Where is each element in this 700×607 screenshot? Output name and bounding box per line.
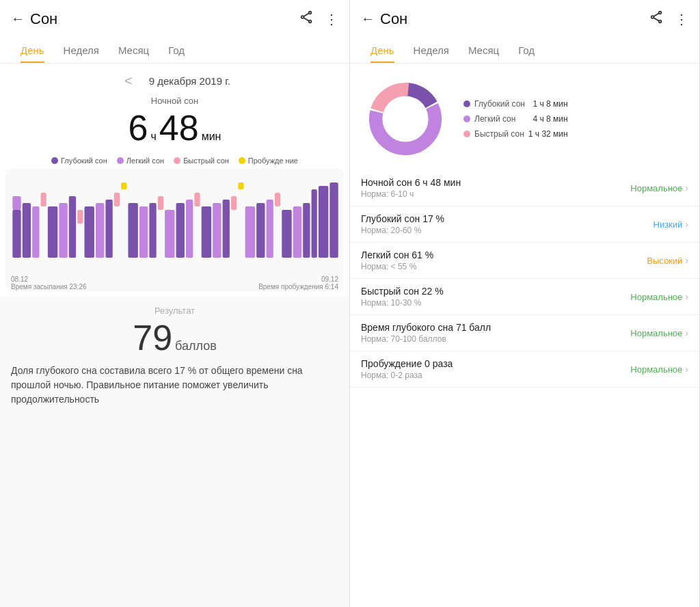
svg-rect-23 — [165, 210, 174, 258]
chart-right-label: Время пробуждения 6:14 — [258, 283, 338, 291]
right-more-icon[interactable]: ⋮ — [675, 11, 688, 27]
left-tab-month[interactable]: Месяц — [109, 38, 159, 63]
stat-right-deeptime: Нормальное › — [630, 327, 688, 338]
right-tab-year[interactable]: Год — [509, 38, 544, 63]
stat-row-deeptime[interactable]: Время глубокого сна 71 балл Норма: 70-10… — [350, 315, 699, 351]
stat-row-wake[interactable]: Пробуждение 0 раза Норма: 0-2 раза Норма… — [350, 351, 699, 388]
left-panel: ← Сон ⋮ День Неделя Месяц Год < 9 декабр… — [0, 0, 350, 607]
svg-point-1 — [301, 16, 304, 18]
left-tab-day[interactable]: День — [11, 38, 54, 63]
svg-rect-33 — [256, 203, 265, 258]
right-share-icon[interactable] — [649, 10, 664, 28]
stat-info-deeptime: Время глубокого сна 71 балл Норма: 70-10… — [361, 322, 491, 344]
svg-line-45 — [654, 14, 658, 17]
left-back-button[interactable]: ← — [11, 11, 25, 27]
left-header-icons: ⋮ — [299, 10, 338, 28]
legend-deep-label: Глубокий сон — [61, 157, 107, 165]
svg-rect-13 — [77, 210, 83, 224]
left-tab-year[interactable]: Год — [159, 38, 194, 63]
left-sleep-hours: 6 — [129, 107, 148, 148]
svg-rect-8 — [32, 206, 39, 258]
left-date-nav: < 9 декабря 2019 г. — [0, 64, 349, 94]
svg-rect-20 — [139, 206, 148, 258]
donut-rem-dot — [463, 131, 470, 137]
legend-rem-dot — [174, 157, 180, 164]
svg-line-3 — [304, 14, 308, 17]
donut-deep-label: Глубокий сон — [474, 99, 528, 109]
legend-wake: Пробужде ние — [239, 157, 298, 165]
left-sleep-m-label: мин — [202, 131, 221, 143]
chevron-night: › — [685, 183, 688, 193]
svg-rect-32 — [245, 206, 255, 258]
stat-right-wake: Нормальное › — [630, 364, 688, 375]
svg-rect-22 — [158, 196, 163, 210]
svg-rect-5 — [12, 210, 21, 258]
stat-row-deep[interactable]: Глубокий сон 17 % Норма: 20-60 % Низкий … — [350, 206, 699, 243]
right-tab-day[interactable]: День — [361, 38, 404, 63]
legend-wake-label: Пробужде ние — [248, 157, 298, 165]
result-label: Результат — [11, 306, 338, 316]
stat-title-light: Легкий сон 61 % — [361, 249, 433, 260]
stat-norm-deep: Норма: 20-60 % — [361, 226, 444, 235]
svg-rect-36 — [282, 210, 291, 258]
stat-title-deep: Глубокий сон 17 % — [361, 213, 444, 224]
svg-rect-14 — [85, 206, 94, 258]
stat-right-night: Нормальное › — [630, 183, 688, 193]
left-tab-week[interactable]: Неделя — [54, 38, 109, 63]
svg-rect-26 — [194, 193, 200, 206]
left-sleep-summary: Ночной сон 6 ч 48 мин — [0, 94, 349, 154]
left-share-icon[interactable] — [299, 10, 314, 28]
right-donut-legend: Глубокий сон 1 ч 8 мин Легкий сон 4 ч 8 … — [463, 99, 568, 139]
chart-time-left: 08.12 Время засыпания 23:26 — [11, 275, 87, 291]
stat-row-night[interactable]: Ночной сон 6 ч 48 мин Норма: 6-10 ч Норм… — [350, 170, 699, 206]
donut-rem-label: Быстрый сон — [474, 129, 524, 139]
svg-line-4 — [304, 18, 308, 21]
left-page-title: Сон — [30, 10, 299, 28]
stat-title-wake: Пробуждение 0 раза — [361, 358, 453, 369]
svg-rect-12 — [69, 196, 76, 258]
left-date-text: 9 декабря 2019 г. — [149, 75, 230, 87]
result-unit: баллов — [175, 339, 217, 353]
stat-status-rem: Нормальное — [630, 292, 682, 302]
chevron-wake: › — [685, 364, 688, 375]
svg-rect-7 — [23, 203, 31, 258]
right-back-button[interactable]: ← — [361, 11, 375, 27]
chevron-rem: › — [685, 291, 688, 302]
svg-rect-25 — [186, 200, 193, 258]
left-prev-arrow[interactable]: < — [119, 70, 138, 92]
stat-title-night: Ночной сон 6 ч 48 мин — [361, 177, 461, 188]
right-tabs: День Неделя Месяц Год — [350, 38, 699, 64]
result-number: 79 — [133, 317, 172, 358]
svg-rect-34 — [267, 200, 273, 258]
svg-point-43 — [651, 16, 654, 18]
chart-time-right: 09.12 Время пробуждения 6:14 — [258, 275, 338, 291]
donut-legend-deep: Глубокий сон 1 ч 8 мин — [463, 99, 568, 109]
svg-rect-21 — [149, 203, 156, 258]
svg-point-2 — [309, 21, 312, 23]
right-tab-month[interactable]: Месяц — [459, 38, 509, 63]
chart-left-date: 08.12 — [11, 275, 87, 283]
left-sleep-mins: 48 — [159, 107, 199, 148]
svg-rect-9 — [41, 193, 46, 206]
stat-row-light[interactable]: Легкий сон 61 % Норма: < 55 % Высокий › — [350, 243, 699, 279]
left-more-icon[interactable]: ⋮ — [325, 11, 338, 27]
stat-status-deep: Низкий — [654, 219, 683, 230]
right-donut-section: Глубокий сон 1 ч 8 мин Легкий сон 4 ч 8 … — [350, 64, 699, 170]
left-sleep-duration: 6 ч 48 мин — [0, 107, 349, 148]
svg-rect-15 — [96, 203, 104, 258]
stat-info-light: Легкий сон 61 % Норма: < 55 % — [361, 249, 433, 271]
svg-rect-41 — [329, 183, 338, 258]
right-header: ← Сон ⋮ — [350, 0, 699, 38]
svg-rect-11 — [59, 203, 67, 258]
svg-rect-40 — [319, 186, 328, 258]
stat-row-rem[interactable]: Быстрый сон 22 % Норма: 10-30 % Нормальн… — [350, 279, 699, 315]
svg-rect-6 — [12, 196, 21, 210]
stat-norm-rem: Норма: 10-30 % — [361, 298, 444, 308]
right-donut-chart — [361, 75, 450, 163]
stat-info-wake: Пробуждение 0 раза Норма: 0-2 раза — [361, 358, 453, 380]
result-score: 79 баллов — [11, 317, 338, 358]
left-sleep-chart: 08.12 Время засыпания 23:26 09.12 Время … — [5, 169, 344, 292]
right-tab-week[interactable]: Неделя — [404, 38, 459, 63]
legend-light-label: Легкий сон — [126, 157, 164, 165]
stat-right-rem: Нормальное › — [630, 291, 688, 302]
